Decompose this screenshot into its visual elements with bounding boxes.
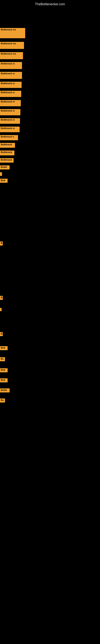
bottleneck-item-26[interactable]: Bott [0,378,8,382]
bottleneck-item-22[interactable]: B [0,332,3,336]
bottleneck-item-12[interactable]: Bottleneck n [0,135,18,140]
bottleneck-item-13[interactable]: Bottleneck [0,143,15,148]
site-title: TheBottlenecker.com [0,1,100,8]
bottleneck-item-20[interactable]: B [0,296,3,300]
bottleneck-item-17[interactable] [0,172,2,176]
bottleneck-item-10[interactable]: Bottleneck re [0,118,20,124]
bottleneck-item-8[interactable]: Bottleneck re [0,100,21,106]
bottleneck-item-4[interactable]: Bottleneck re [0,62,22,69]
bottleneck-item-14[interactable]: Bottleneck [0,150,14,155]
bottleneck-item-11[interactable]: Bottleneck re [0,126,20,132]
bottleneck-item-27[interactable]: Bottle [0,388,10,392]
bottleneck-item-18[interactable]: Bott [0,179,8,183]
bottleneck-item-16[interactable]: Bottle [0,166,10,170]
bottleneck-item-19[interactable]: B [0,242,3,246]
bottleneck-item-15[interactable]: Bottleneck [0,158,14,162]
bottleneck-item-7[interactable]: Bottleneck re [0,91,21,97]
bottleneck-item-9[interactable]: Bottleneck re [0,109,20,115]
bottleneck-item-24[interactable]: Bo [0,357,5,361]
bottleneck-item-23[interactable]: Bott [0,346,8,350]
bottleneck-item-28[interactable]: Bo [0,398,5,402]
bottleneck-item-2[interactable]: Bottleneck res [0,42,24,49]
bottleneck-item-25[interactable]: Bott [0,368,8,372]
bottleneck-item-21[interactable] [0,308,1,311]
bottleneck-item-3[interactable]: Bottleneck res [0,52,23,59]
bottleneck-item-1[interactable]: Bottleneck res [0,28,25,38]
bottleneck-item-6[interactable]: Bottleneck re [0,82,22,88]
bottleneck-item-5[interactable]: Bottleneck re [0,72,22,79]
